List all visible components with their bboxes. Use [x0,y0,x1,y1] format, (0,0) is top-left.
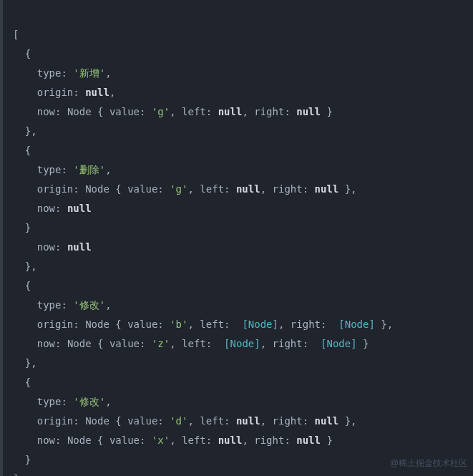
watermark: @稀土掘金技术社区 [390,454,467,473]
code-block: [ { type: '新增', origin: null, now: Node … [13,6,473,476]
bracket-close: ] [13,473,19,476]
bracket-open: [ [13,29,19,40]
